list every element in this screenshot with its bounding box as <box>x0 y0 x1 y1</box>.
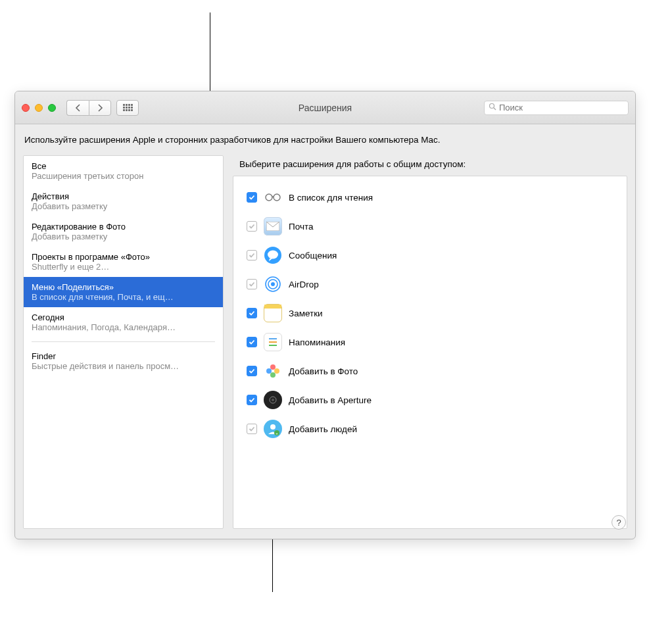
extensions-list: В список для чтенияПочтаСообщенияAirDrop… <box>233 176 627 529</box>
sidebar-item-subtitle: В список для чтения, Почта, и ещ… <box>32 292 215 302</box>
main-panel: Выберите расширения для работы с общим д… <box>233 155 627 529</box>
extension-label: Добавить в Фото <box>289 366 358 376</box>
glasses-icon <box>264 188 282 207</box>
svg-point-2 <box>266 194 272 201</box>
extension-label: Почта <box>289 222 314 232</box>
sidebar-item[interactable]: ВсеРасширения третьих сторон <box>24 156 223 186</box>
extension-checkbox[interactable] <box>247 192 257 203</box>
svg-point-15 <box>270 372 276 378</box>
sidebar-item[interactable]: Меню «Поделиться»В список для чтения, По… <box>24 277 223 307</box>
extension-row: Заметки <box>247 299 613 328</box>
extension-row: AirDrop <box>247 270 613 299</box>
extension-label: Сообщения <box>289 251 337 260</box>
extension-checkbox[interactable] <box>247 366 257 376</box>
sidebar-item-title: Finder <box>32 351 215 361</box>
svg-point-13 <box>270 364 276 370</box>
svg-point-19 <box>272 399 274 401</box>
extension-label: Заметки <box>289 309 323 318</box>
content-area: ВсеРасширения третьих сторонДействияДоба… <box>15 155 635 537</box>
extension-row: Добавить в Фото <box>247 357 613 385</box>
extension-checkbox[interactable] <box>247 337 257 347</box>
extension-label: В список для чтения <box>289 193 373 203</box>
svg-text:+: + <box>276 432 278 435</box>
sidebar-item[interactable]: Редактирование в ФотоДобавить разметку <box>24 216 223 247</box>
sidebar-item-title: Действия <box>32 191 215 201</box>
sidebar-item[interactable]: Проекты в программе «Фото»Shutterfly и е… <box>24 247 223 277</box>
sidebar-item[interactable]: FinderБыстрые действия и панель просм… <box>24 346 223 376</box>
extension-checkbox[interactable] <box>247 395 257 405</box>
extension-checkbox[interactable] <box>247 250 257 260</box>
extension-row: Почта <box>247 212 613 241</box>
svg-point-14 <box>274 368 279 374</box>
extension-row: Напоминания <box>247 328 613 357</box>
sidebar-item-title: Все <box>32 161 215 171</box>
sidebar-item-subtitle: Добавить разметку <box>32 232 215 241</box>
sidebar-item-title: Сегодня <box>32 312 215 322</box>
description-text: Используйте расширения Apple и сторонних… <box>15 124 635 155</box>
svg-point-16 <box>266 368 272 374</box>
sidebar-item-subtitle: Shutterfly и еще 2… <box>32 262 215 272</box>
sidebar-item-subtitle: Добавить разметку <box>32 201 215 211</box>
svg-point-6 <box>268 251 278 259</box>
sidebar-item-title: Проекты в программе «Фото» <box>32 252 215 262</box>
extension-checkbox[interactable] <box>247 279 257 289</box>
sidebar-item-subtitle: Быстрые действия и панель просм… <box>32 361 215 371</box>
sidebar-item-title: Меню «Поделиться» <box>32 282 215 292</box>
sidebar-item[interactable]: ДействияДобавить разметку <box>24 186 223 216</box>
extension-row: Добавить в Aperture <box>247 385 613 414</box>
sidebar-item[interactable]: СегодняНапоминания, Погода, Календаря… <box>24 307 223 337</box>
sidebar: ВсеРасширения третьих сторонДействияДоба… <box>23 155 224 529</box>
extension-label: Добавить людей <box>289 424 357 434</box>
sidebar-item-subtitle: Напоминания, Погода, Календаря… <box>32 322 215 332</box>
extension-checkbox[interactable] <box>247 424 257 434</box>
main-header: Выберите расширения для работы с общим д… <box>233 155 627 176</box>
extension-label: Напоминания <box>289 337 345 347</box>
sidebar-item-subtitle: Расширения третьих сторон <box>32 171 215 181</box>
window-title: Расширения <box>15 103 635 113</box>
sidebar-divider <box>32 341 215 342</box>
titlebar: Расширения <box>15 91 635 124</box>
extension-row: Сообщения <box>247 241 613 270</box>
svg-point-7 <box>271 282 275 286</box>
help-button[interactable]: ? <box>612 515 626 530</box>
extension-row: +Добавить людей <box>247 414 613 443</box>
extension-label: AirDrop <box>289 280 319 289</box>
svg-point-3 <box>274 194 280 201</box>
preferences-window: Расширения Используйте расширения Apple … <box>14 91 636 539</box>
extension-checkbox[interactable] <box>247 221 257 232</box>
extension-label: Добавить в Aperture <box>289 395 372 405</box>
sidebar-item-title: Редактирование в Фото <box>32 222 215 232</box>
svg-point-20 <box>270 424 276 430</box>
extension-row: В список для чтения <box>247 183 613 212</box>
extension-checkbox[interactable] <box>247 308 257 318</box>
